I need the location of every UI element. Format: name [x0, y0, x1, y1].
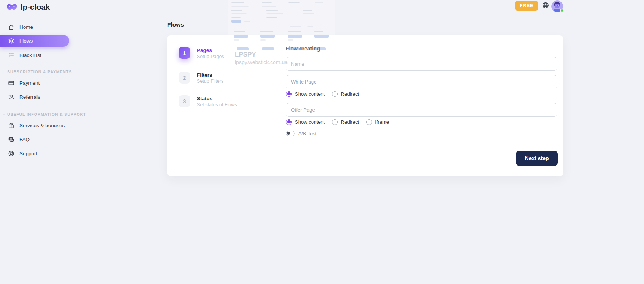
white-page-mode-radios: Show content Redirect — [286, 91, 359, 97]
sidebar-item-referrals[interactable]: Referrals — [0, 90, 76, 104]
radio-icon — [286, 119, 292, 125]
step-subtitle: Setup Filters — [197, 79, 223, 84]
offer-page-iframe-radio[interactable]: Iframe — [366, 119, 389, 125]
sidebar-item-faq[interactable]: ?! FAQ — [0, 133, 76, 147]
sidebar-item-label: Black List — [19, 52, 41, 58]
skeleton-bar — [314, 31, 323, 32]
black-list-icon — [8, 52, 14, 58]
radio-icon — [286, 91, 292, 97]
stepper-step-filters[interactable]: 2 Filters Setup Filters — [179, 72, 223, 84]
mask-logo-icon — [6, 3, 17, 12]
payment-icon — [8, 80, 14, 86]
step-subtitle: Setup Pages — [197, 54, 224, 59]
sidebar-item-payment[interactable]: Payment — [0, 76, 76, 90]
form-title: Flow creating — [286, 46, 320, 52]
sidebar-item-support[interactable]: Support — [0, 147, 76, 161]
step-number-badge: 2 — [179, 72, 190, 84]
sidebar-section-subscription-payments: SUBSCRIPTION & PAYMENTS — [0, 69, 76, 74]
sidebar-section-useful-info-support: USEFUL INFORMATION & SUPPORT — [0, 112, 76, 117]
sidebar-item-label: Services & bonuses — [19, 123, 65, 128]
brand-logo[interactable]: lp-cloak — [6, 3, 50, 12]
offer-page-show-content-radio[interactable]: Show content — [286, 119, 325, 125]
gift-icon — [8, 122, 14, 129]
white-page-redirect-radio[interactable]: Redirect — [332, 91, 359, 97]
step-number-badge: 1 — [179, 47, 190, 59]
page-title: Flows — [167, 21, 184, 28]
skeleton-bar — [231, 10, 242, 11]
step-title: Filters — [197, 72, 223, 78]
ab-test-toggle-row[interactable]: A/B Test — [286, 131, 316, 136]
radio-icon — [366, 119, 372, 125]
sidebar-item-home[interactable]: Home — [0, 21, 76, 33]
sidebar-item-label: FAQ — [19, 137, 30, 142]
sidebar-item-services-bonuses[interactable]: Services & bonuses — [0, 118, 76, 133]
sidebar-item-label: Referrals — [19, 94, 40, 100]
skeleton-pill — [231, 20, 241, 23]
skeleton-bar — [266, 13, 283, 14]
language-globe-button[interactable] — [542, 2, 549, 9]
skeleton-bar — [290, 26, 301, 27]
skeleton-bar — [231, 6, 249, 7]
brand-name: lp-cloak — [21, 3, 50, 12]
radio-icon — [332, 119, 338, 125]
globe-icon — [542, 2, 549, 9]
skeleton-bar — [244, 21, 250, 22]
support-icon — [8, 150, 14, 157]
skeleton-bar — [288, 31, 301, 32]
sidebar-item-label: Support — [19, 151, 37, 156]
radio-icon — [332, 91, 338, 97]
white-page-show-content-radio[interactable]: Show content — [286, 91, 325, 97]
skeleton-bar — [260, 31, 273, 32]
skeleton-bar — [315, 2, 323, 3]
skeleton-bar — [262, 2, 272, 3]
plan-badge[interactable]: FREE — [515, 1, 538, 11]
skeleton-bar — [266, 17, 277, 18]
offer-page-mode-radios: Show content Redirect Iframe — [286, 119, 389, 125]
sidebar-item-black-list[interactable]: Black List — [0, 49, 76, 62]
skeleton-divider — [230, 27, 287, 27]
stepper-step-status[interactable]: 3 Status Set status of Flows — [179, 95, 237, 107]
toggle-knob — [287, 132, 290, 135]
skeleton-bar — [266, 10, 278, 11]
svg-text:?!: ?! — [10, 137, 12, 140]
card-divider — [274, 35, 274, 176]
sidebar-item-label: Flows — [19, 38, 33, 44]
skeleton-bar — [262, 6, 276, 7]
skeleton-bar — [307, 26, 313, 27]
step-title: Status — [197, 95, 237, 101]
ab-test-label: A/B Test — [298, 131, 316, 136]
flow-creation-card: 1 Pages Setup Pages 2 Filters Setup Filt… — [167, 35, 563, 176]
step-subtitle: Set status of Flows — [197, 102, 237, 107]
online-status-dot — [560, 9, 564, 13]
faq-icon: ?! — [8, 136, 14, 143]
user-avatar[interactable] — [551, 0, 563, 12]
skeleton-bar — [231, 13, 247, 14]
next-step-button[interactable]: Next step — [516, 151, 558, 166]
skeleton-bar — [288, 2, 300, 3]
skeleton-bar — [231, 2, 244, 3]
sidebar-item-flows[interactable]: Flows — [0, 35, 69, 47]
skeleton-bar — [303, 13, 314, 14]
home-icon — [8, 24, 14, 30]
step-number-badge: 3 — [179, 95, 190, 107]
offer-page-input[interactable] — [286, 103, 557, 117]
flow-name-input[interactable] — [286, 57, 557, 71]
stepper-step-pages[interactable]: 1 Pages Setup Pages — [179, 47, 224, 59]
sidebar-item-label: Payment — [19, 80, 40, 86]
skeleton-bar — [303, 10, 312, 11]
flows-icon — [8, 38, 14, 44]
skeleton-bar — [234, 31, 245, 32]
ab-test-toggle[interactable] — [286, 131, 295, 136]
step-title: Pages — [197, 47, 224, 53]
skeleton-bar — [231, 17, 241, 18]
sidebar-item-label: Home — [19, 24, 33, 30]
sidebar: Home Flows Black List SUBSCRIPTION & PAY… — [0, 21, 76, 161]
white-page-input[interactable] — [286, 75, 557, 88]
referrals-icon — [8, 94, 14, 100]
offer-page-redirect-radio[interactable]: Redirect — [332, 119, 359, 125]
